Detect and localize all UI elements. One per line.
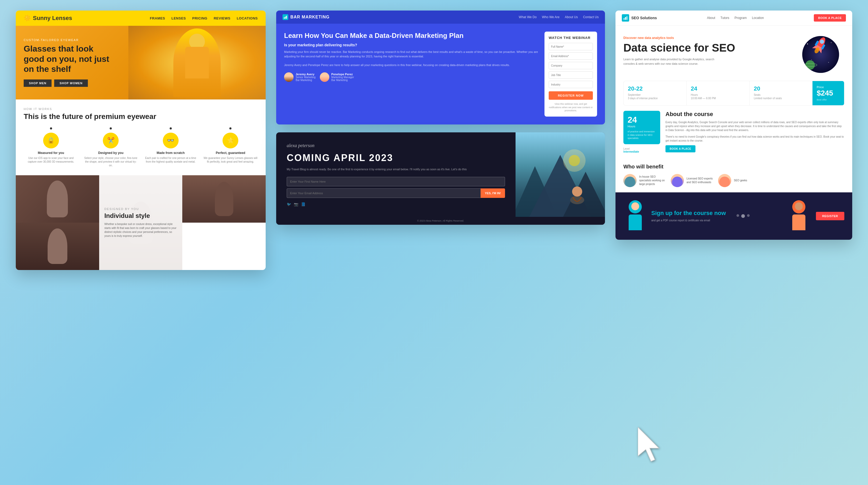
seo-logo: SEO Solutions: [622, 14, 657, 22]
bm-speaker-2: Penelope Perez Marketing Manager Bar Mar…: [320, 72, 354, 82]
bm-nav-about[interactable]: About Us: [565, 15, 578, 19]
seo-about: 24 Hours of practice and immersion in da…: [623, 111, 844, 153]
nav-lenses[interactable]: LENSES: [172, 16, 186, 20]
seo-nav-location[interactable]: Location: [752, 16, 764, 20]
bm-jobtitle-input[interactable]: [549, 71, 593, 79]
seo-who-text-3: SEO geeks: [734, 179, 747, 182]
feature-designed: ✂️ Designed by you Select your style, ch…: [84, 127, 138, 168]
feature-dot-2: [110, 127, 112, 129]
bm-speaker-info-1: Jeremy Avery Senior Marketing Bar Market…: [296, 72, 316, 82]
seo-stat-hours-sub: 10:00 AM — 6:00 PM: [691, 97, 745, 100]
bm-register-button[interactable]: REGISTER NOW: [549, 91, 593, 100]
bm-nav-what[interactable]: What We Do: [519, 15, 536, 19]
seo-place-button[interactable]: BOOK A PLACE: [665, 145, 695, 152]
bm-form-note: View this webinar now, and get notificat…: [549, 102, 593, 112]
alexa-cta-button[interactable]: YES, I'M IN!: [480, 188, 505, 198]
seo-nav-about[interactable]: About: [707, 16, 715, 20]
bm-navbar: BAR MARKETING What We Do Who We Are Abou…: [276, 10, 605, 24]
bm-speaker-1: Jeremy Avery Senior Marketing Bar Market…: [284, 72, 316, 82]
sl-how-label: HOW IT WORKS: [24, 108, 258, 111]
gallery-cell-4: [16, 223, 99, 270]
svg-point-16: [831, 42, 832, 43]
bm-company-input[interactable]: [549, 62, 593, 69]
feature-icon-1: 🔒: [43, 133, 59, 148]
twitter-icon[interactable]: 🐦: [287, 202, 291, 206]
facebook-icon[interactable]: 📘: [301, 202, 305, 206]
seo-about-detail: of practice and immersion in data scienc…: [628, 130, 656, 140]
bm-industry-input[interactable]: [549, 81, 593, 88]
feature-made: 👓 Made from scratch Each pair is crafted…: [143, 127, 198, 168]
instagram-icon[interactable]: 📷: [294, 202, 298, 206]
seo-who-text-2: Licensed SEO experts and SEO enthusiasts: [686, 177, 713, 184]
seo-who-avatar-3: [718, 174, 731, 187]
seo-about-box: 24 Hours of practice and immersion in da…: [623, 111, 660, 144]
bm-speaker-info-2: Penelope Perez Marketing Manager Bar Mar…: [332, 72, 354, 82]
bm-title: Learn How You Can Make a Data-Driven Mar…: [284, 32, 539, 40]
gallery-cell-2: DESIGNED BY YOU Individual style Whether…: [99, 175, 183, 270]
bm-email-input[interactable]: [549, 52, 593, 60]
main-container: ☀️ Sunny Lenses FRAMES LENSES PRICING RE…: [0, 0, 868, 485]
feature-title-3: Made from scratch: [143, 151, 198, 155]
seo-stat-month-sub: 3 days of intense practice: [628, 97, 682, 100]
nav-locations[interactable]: LOCATIONS: [237, 16, 258, 20]
seo-register-button[interactable]: REGISTER: [816, 212, 844, 220]
gallery-cell-1: [16, 175, 99, 223]
svg-rect-2: [286, 16, 287, 19]
feature-desc-3: Each pair is crafted for one person at a…: [143, 156, 198, 164]
seo-hero: Discover new data analytics tools Data s…: [616, 26, 852, 81]
seo-stat-hours-label: Hours: [691, 93, 745, 97]
sl-hero: CUSTOM-TAILORED EYEWEAR Glasses that loo…: [16, 26, 266, 99]
seo-stat-label-seats: Seats Limited number of seats: [754, 93, 808, 100]
alexa-email-input[interactable]: [287, 188, 480, 198]
bm-nav-contact[interactable]: Contact Us: [583, 15, 599, 19]
sl-logo: ☀️ Sunny Lenses: [24, 15, 72, 22]
bm-nav-who[interactable]: Who We Are: [542, 15, 559, 19]
alexa-name-input[interactable]: [287, 177, 505, 186]
seo-about-right: About the course Every day, Google Analy…: [665, 111, 844, 153]
nav-frames[interactable]: FRAMES: [150, 16, 165, 20]
seo-stat-price-label: Price: [817, 85, 840, 89]
seo-stat-hours: 24 Hours 10:00 AM — 6:00 PM: [686, 81, 749, 105]
seo-about-level-label: Level: [623, 147, 660, 150]
nav-pricing[interactable]: PRICING: [192, 16, 208, 20]
seo-who-section: Who will benefit In-house SEO specialist…: [616, 158, 852, 192]
feature-title-2: Designed by you: [84, 151, 138, 155]
sl-gallery: DESIGNED BY YOU Individual style Whether…: [16, 175, 266, 270]
seo-about-desc2: There's no need to invent Google's consp…: [665, 135, 844, 143]
bm-speaker-role-1: Senior Marketing: [296, 76, 316, 79]
seo-stat-label-dates: September 3 days of intense practice: [628, 93, 682, 100]
sl-nav-links: FRAMES LENSES PRICING REVIEWS LOCATIONS: [150, 16, 258, 20]
seo-who-avatar-1: [623, 174, 637, 187]
shop-women-button[interactable]: SHOP WOMEN: [54, 80, 88, 87]
seo-nav-program[interactable]: Program: [735, 16, 747, 20]
sl-hero-title: Glasses that look good on you, not just …: [24, 44, 113, 74]
alexa-content: alexa peterson COMING APRIL 2023 My Trav…: [276, 132, 605, 217]
panel-sunny-lenses: ☀️ Sunny Lenses FRAMES LENSES PRICING RE…: [16, 10, 266, 270]
bm-left: Learn How You Can Make a Data-Driven Mar…: [284, 32, 539, 117]
bm-fullname-input[interactable]: [549, 43, 593, 50]
bm-speaker-company-2: Bar Marketing: [332, 79, 354, 82]
seo-book-button[interactable]: BOOK A PLACE: [814, 14, 846, 22]
sl-how-section: HOW IT WORKS This is the future of premi…: [16, 99, 266, 175]
feature-dot-1: [50, 127, 52, 129]
alexa-footer: © 2023 Alexa Peterson. All Rights Reserv…: [276, 217, 605, 225]
alexa-desc: My Travel Blog is almost ready. Be one o…: [287, 167, 505, 172]
gallery-label: DESIGNED BY YOU: [104, 207, 177, 211]
sl-logo-text: Sunny Lenses: [33, 15, 72, 22]
feature-icon-3: 👓: [163, 133, 179, 148]
seo-hero-right: [802, 36, 844, 73]
cursor-arrow: [638, 427, 670, 464]
seo-nav-tutors[interactable]: Tutors: [720, 16, 730, 20]
bm-speaker-name-2: Penelope Perez: [332, 72, 354, 76]
svg-point-10: [572, 186, 582, 196]
feature-icon-4: ⭐: [222, 133, 238, 148]
seo-rocket-circle: [802, 36, 839, 73]
alexa-social: 🐦 📷 📘: [287, 202, 505, 206]
svg-marker-27: [638, 427, 659, 461]
shop-men-button[interactable]: SHOP MEN: [24, 80, 52, 87]
seo-logo-text: SEO Solutions: [631, 16, 657, 20]
seo-about-level: Level Intermediate: [623, 147, 660, 153]
nav-reviews[interactable]: REVIEWS: [214, 16, 230, 20]
seo-hero-label: Discover new data analytics tools: [623, 36, 797, 40]
feature-dot-4: [229, 127, 231, 129]
